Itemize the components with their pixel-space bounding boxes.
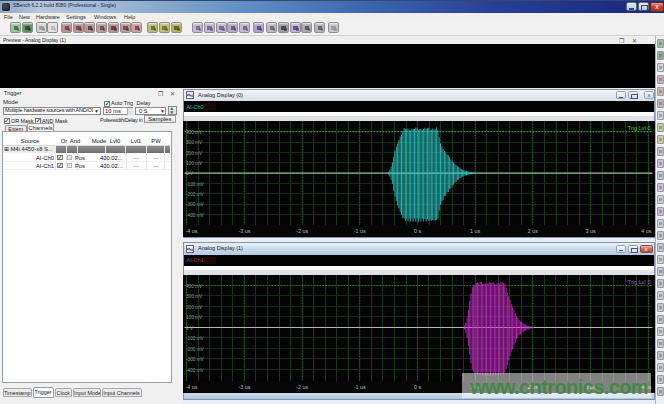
svg-text:100 mV: 100 mV [186, 161, 203, 166]
svg-text:-300 mV: -300 mV [186, 357, 205, 362]
svg-text:-1 us: -1 us [353, 228, 365, 234]
svg-text:-4 us: -4 us [185, 228, 197, 234]
svg-text:300 mV: 300 mV [186, 140, 203, 145]
svg-text:0 s: 0 s [413, 384, 420, 390]
svg-text:2 us: 2 us [527, 228, 537, 234]
svg-text:100 mV: 100 mV [186, 315, 203, 320]
svg-text:-300 mV: -300 mV [186, 202, 205, 207]
svg-text:0 V: 0 V [186, 171, 194, 176]
svg-text:3 us: 3 us [585, 228, 595, 234]
svg-text:0 s: 0 s [413, 228, 420, 234]
svg-text:-100 mV: -100 mV [186, 336, 205, 341]
svg-text:-2 us: -2 us [296, 384, 308, 390]
svg-text:-2 us: -2 us [296, 228, 308, 234]
svg-text:-3 us: -3 us [238, 384, 250, 390]
svg-text:1 us: 1 us [470, 228, 480, 234]
svg-text:300 mV: 300 mV [186, 294, 203, 299]
svg-text:0 V: 0 V [186, 326, 194, 331]
svg-text:-4 us: -4 us [185, 384, 197, 390]
svg-text:-200 mV: -200 mV [186, 192, 205, 197]
svg-text:-1 us: -1 us [353, 384, 365, 390]
svg-text:-200 mV: -200 mV [186, 347, 205, 352]
svg-text:-3 us: -3 us [238, 228, 250, 234]
svg-text:400 mV: 400 mV [186, 284, 203, 289]
svg-text:Trig Lvl 0: Trig Lvl 0 [627, 279, 650, 285]
svg-text:Trig Lvl 0: Trig Lvl 0 [627, 125, 650, 131]
svg-text:200 mV: 200 mV [186, 305, 203, 310]
svg-text:4 us: 4 us [641, 228, 651, 234]
svg-text:200 mV: 200 mV [186, 151, 203, 156]
svg-text:400 mV: 400 mV [186, 130, 203, 135]
svg-text:-400 mV: -400 mV [186, 213, 205, 218]
svg-text:-100 mV: -100 mV [186, 182, 205, 187]
svg-text:-400 mV: -400 mV [186, 368, 205, 373]
